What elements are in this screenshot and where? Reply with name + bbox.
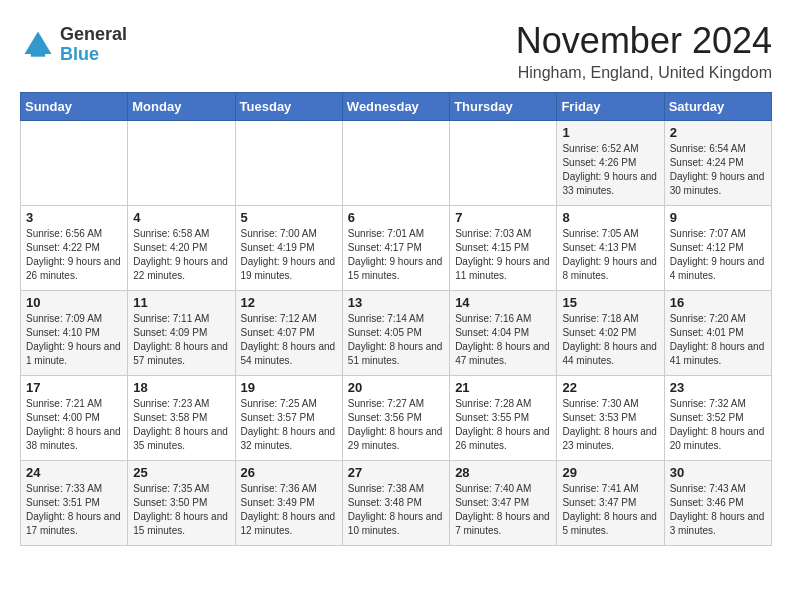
week-row-5: 24Sunrise: 7:33 AM Sunset: 3:51 PM Dayli… [21,461,772,546]
day-info: Sunrise: 7:16 AM Sunset: 4:04 PM Dayligh… [455,312,551,368]
day-number: 27 [348,465,444,480]
cell-week5-day3: 27Sunrise: 7:38 AM Sunset: 3:48 PM Dayli… [342,461,449,546]
cell-week2-day2: 5Sunrise: 7:00 AM Sunset: 4:19 PM Daylig… [235,206,342,291]
day-info: Sunrise: 7:20 AM Sunset: 4:01 PM Dayligh… [670,312,766,368]
cell-week3-day3: 13Sunrise: 7:14 AM Sunset: 4:05 PM Dayli… [342,291,449,376]
header-monday: Monday [128,93,235,121]
cell-week2-day4: 7Sunrise: 7:03 AM Sunset: 4:15 PM Daylig… [450,206,557,291]
day-info: Sunrise: 7:36 AM Sunset: 3:49 PM Dayligh… [241,482,337,538]
calendar-body: 1Sunrise: 6:52 AM Sunset: 4:26 PM Daylig… [21,121,772,546]
day-number: 23 [670,380,766,395]
header-row: SundayMondayTuesdayWednesdayThursdayFrid… [21,93,772,121]
header-saturday: Saturday [664,93,771,121]
day-number: 5 [241,210,337,225]
day-number: 25 [133,465,229,480]
cell-week4-day3: 20Sunrise: 7:27 AM Sunset: 3:56 PM Dayli… [342,376,449,461]
day-info: Sunrise: 7:32 AM Sunset: 3:52 PM Dayligh… [670,397,766,453]
day-info: Sunrise: 7:33 AM Sunset: 3:51 PM Dayligh… [26,482,122,538]
day-info: Sunrise: 7:12 AM Sunset: 4:07 PM Dayligh… [241,312,337,368]
day-info: Sunrise: 7:38 AM Sunset: 3:48 PM Dayligh… [348,482,444,538]
day-info: Sunrise: 7:25 AM Sunset: 3:57 PM Dayligh… [241,397,337,453]
day-number: 24 [26,465,122,480]
logo-icon [20,27,56,63]
cell-week2-day5: 8Sunrise: 7:05 AM Sunset: 4:13 PM Daylig… [557,206,664,291]
cell-week4-day4: 21Sunrise: 7:28 AM Sunset: 3:55 PM Dayli… [450,376,557,461]
week-row-1: 1Sunrise: 6:52 AM Sunset: 4:26 PM Daylig… [21,121,772,206]
day-info: Sunrise: 7:23 AM Sunset: 3:58 PM Dayligh… [133,397,229,453]
day-number: 2 [670,125,766,140]
day-number: 29 [562,465,658,480]
cell-week1-day6: 2Sunrise: 6:54 AM Sunset: 4:24 PM Daylig… [664,121,771,206]
day-info: Sunrise: 7:01 AM Sunset: 4:17 PM Dayligh… [348,227,444,283]
cell-week2-day6: 9Sunrise: 7:07 AM Sunset: 4:12 PM Daylig… [664,206,771,291]
cell-week3-day1: 11Sunrise: 7:11 AM Sunset: 4:09 PM Dayli… [128,291,235,376]
day-info: Sunrise: 7:03 AM Sunset: 4:15 PM Dayligh… [455,227,551,283]
day-info: Sunrise: 6:58 AM Sunset: 4:20 PM Dayligh… [133,227,229,283]
calendar-table: SundayMondayTuesdayWednesdayThursdayFrid… [20,92,772,546]
header-sunday: Sunday [21,93,128,121]
logo: General Blue [20,25,127,65]
cell-week5-day2: 26Sunrise: 7:36 AM Sunset: 3:49 PM Dayli… [235,461,342,546]
day-info: Sunrise: 7:14 AM Sunset: 4:05 PM Dayligh… [348,312,444,368]
location: Hingham, England, United Kingdom [516,64,772,82]
cell-week3-day6: 16Sunrise: 7:20 AM Sunset: 4:01 PM Dayli… [664,291,771,376]
day-number: 28 [455,465,551,480]
title-section: November 2024 Hingham, England, United K… [516,20,772,82]
cell-week4-day2: 19Sunrise: 7:25 AM Sunset: 3:57 PM Dayli… [235,376,342,461]
cell-week3-day2: 12Sunrise: 7:12 AM Sunset: 4:07 PM Dayli… [235,291,342,376]
day-number: 9 [670,210,766,225]
cell-week1-day0 [21,121,128,206]
day-info: Sunrise: 7:41 AM Sunset: 3:47 PM Dayligh… [562,482,658,538]
day-info: Sunrise: 7:30 AM Sunset: 3:53 PM Dayligh… [562,397,658,453]
page-header: General Blue November 2024 Hingham, Engl… [20,20,772,82]
header-tuesday: Tuesday [235,93,342,121]
day-number: 4 [133,210,229,225]
day-info: Sunrise: 7:40 AM Sunset: 3:47 PM Dayligh… [455,482,551,538]
day-number: 10 [26,295,122,310]
day-number: 19 [241,380,337,395]
week-row-2: 3Sunrise: 6:56 AM Sunset: 4:22 PM Daylig… [21,206,772,291]
day-number: 20 [348,380,444,395]
day-info: Sunrise: 7:18 AM Sunset: 4:02 PM Dayligh… [562,312,658,368]
cell-week4-day1: 18Sunrise: 7:23 AM Sunset: 3:58 PM Dayli… [128,376,235,461]
day-info: Sunrise: 7:21 AM Sunset: 4:00 PM Dayligh… [26,397,122,453]
week-row-4: 17Sunrise: 7:21 AM Sunset: 4:00 PM Dayli… [21,376,772,461]
cell-week1-day2 [235,121,342,206]
cell-week1-day3 [342,121,449,206]
svg-rect-1 [31,52,45,57]
day-number: 3 [26,210,122,225]
cell-week3-day4: 14Sunrise: 7:16 AM Sunset: 4:04 PM Dayli… [450,291,557,376]
day-number: 30 [670,465,766,480]
day-number: 15 [562,295,658,310]
day-number: 13 [348,295,444,310]
header-wednesday: Wednesday [342,93,449,121]
header-thursday: Thursday [450,93,557,121]
day-info: Sunrise: 7:27 AM Sunset: 3:56 PM Dayligh… [348,397,444,453]
day-number: 1 [562,125,658,140]
day-number: 26 [241,465,337,480]
day-number: 22 [562,380,658,395]
cell-week3-day0: 10Sunrise: 7:09 AM Sunset: 4:10 PM Dayli… [21,291,128,376]
day-info: Sunrise: 7:07 AM Sunset: 4:12 PM Dayligh… [670,227,766,283]
day-number: 16 [670,295,766,310]
cell-week2-day3: 6Sunrise: 7:01 AM Sunset: 4:17 PM Daylig… [342,206,449,291]
day-number: 21 [455,380,551,395]
day-info: Sunrise: 6:56 AM Sunset: 4:22 PM Dayligh… [26,227,122,283]
logo-general-text: General [60,25,127,45]
day-info: Sunrise: 6:52 AM Sunset: 4:26 PM Dayligh… [562,142,658,198]
day-info: Sunrise: 7:00 AM Sunset: 4:19 PM Dayligh… [241,227,337,283]
day-info: Sunrise: 7:09 AM Sunset: 4:10 PM Dayligh… [26,312,122,368]
day-info: Sunrise: 7:11 AM Sunset: 4:09 PM Dayligh… [133,312,229,368]
cell-week1-day4 [450,121,557,206]
cell-week2-day1: 4Sunrise: 6:58 AM Sunset: 4:20 PM Daylig… [128,206,235,291]
cell-week2-day0: 3Sunrise: 6:56 AM Sunset: 4:22 PM Daylig… [21,206,128,291]
cell-week4-day0: 17Sunrise: 7:21 AM Sunset: 4:00 PM Dayli… [21,376,128,461]
cell-week5-day1: 25Sunrise: 7:35 AM Sunset: 3:50 PM Dayli… [128,461,235,546]
week-row-3: 10Sunrise: 7:09 AM Sunset: 4:10 PM Dayli… [21,291,772,376]
day-number: 11 [133,295,229,310]
cell-week1-day5: 1Sunrise: 6:52 AM Sunset: 4:26 PM Daylig… [557,121,664,206]
cell-week5-day4: 28Sunrise: 7:40 AM Sunset: 3:47 PM Dayli… [450,461,557,546]
month-title: November 2024 [516,20,772,62]
header-friday: Friday [557,93,664,121]
day-number: 8 [562,210,658,225]
